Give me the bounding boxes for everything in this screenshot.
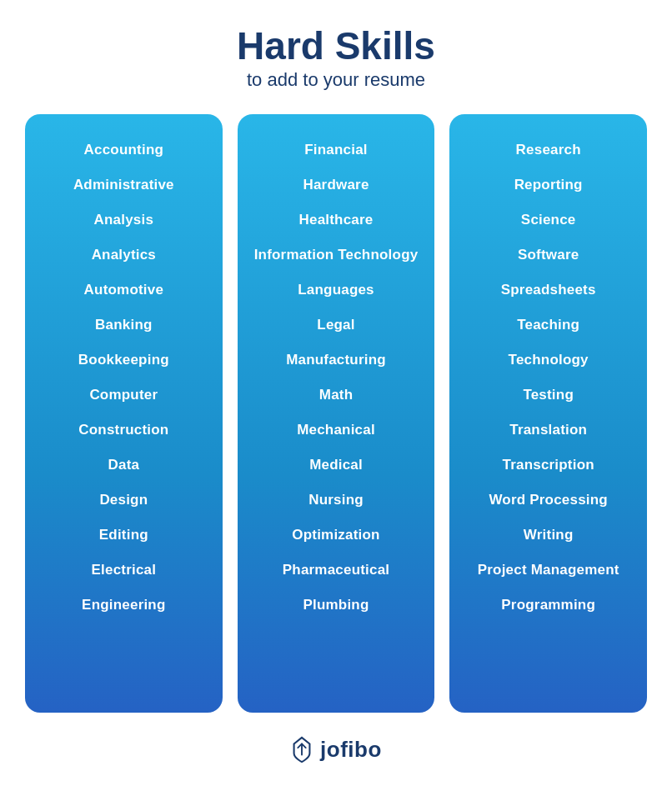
skill-item: Science (458, 203, 639, 238)
skill-item: Reporting (458, 168, 639, 203)
skill-item: Manufacturing (246, 343, 427, 378)
brand-name: jofibo (320, 737, 382, 763)
skill-item: Editing (33, 518, 214, 553)
skill-item: Technology (458, 343, 639, 378)
footer: jofibo (290, 736, 382, 763)
skill-item: Nursing (246, 483, 427, 518)
columns-wrapper: AccountingAdministrativeAnalysisAnalytic… (25, 114, 647, 713)
skill-item: Math (246, 378, 427, 413)
skill-item: Transcription (458, 448, 639, 483)
skill-item: Automotive (33, 273, 214, 308)
skill-item: Information Technology (246, 238, 427, 273)
skill-item: Spreadsheets (458, 273, 639, 308)
column-3: ResearchReportingScienceSoftwareSpreadsh… (449, 114, 647, 713)
skill-item: Hardware (246, 168, 427, 203)
skill-item: Financial (246, 133, 427, 168)
page-title: Hard Skills (237, 25, 435, 68)
skill-item: Analytics (33, 238, 214, 273)
jofibo-logo-icon (290, 736, 313, 763)
skill-item: Analysis (33, 203, 214, 238)
skill-item: Legal (246, 308, 427, 343)
column-2: FinancialHardwareHealthcareInformation T… (238, 114, 435, 713)
skill-item: Bookkeeping (33, 343, 214, 378)
skill-item: Administrative (33, 168, 214, 203)
skill-item: Software (458, 238, 639, 273)
skill-item: Languages (246, 273, 427, 308)
skill-item: Construction (33, 413, 214, 448)
skill-item: Healthcare (246, 203, 427, 238)
column-1: AccountingAdministrativeAnalysisAnalytic… (25, 114, 223, 713)
skill-item: Project Management (458, 553, 639, 588)
skill-item: Translation (458, 413, 639, 448)
skill-item: Research (458, 133, 639, 168)
skill-item: Data (33, 448, 214, 483)
skill-item: Medical (246, 448, 427, 483)
skill-item: Teaching (458, 308, 639, 343)
skill-item: Accounting (33, 133, 214, 168)
skill-item: Pharmaceutical (246, 553, 427, 588)
main-card: Hard Skills to add to your resume Accoun… (0, 0, 672, 796)
skill-item: Plumbing (246, 588, 427, 623)
skill-item: Banking (33, 308, 214, 343)
skill-item: Programming (458, 588, 639, 623)
skill-item: Engineering (33, 588, 214, 623)
skill-item: Testing (458, 378, 639, 413)
skill-item: Computer (33, 378, 214, 413)
header: Hard Skills to add to your resume (237, 25, 435, 91)
skill-item: Writing (458, 518, 639, 553)
skill-item: Electrical (33, 553, 214, 588)
skill-item: Design (33, 483, 214, 518)
skill-item: Optimization (246, 518, 427, 553)
skill-item: Word Processing (458, 483, 639, 518)
page-subtitle: to add to your resume (237, 69, 435, 91)
skill-item: Mechanical (246, 413, 427, 448)
